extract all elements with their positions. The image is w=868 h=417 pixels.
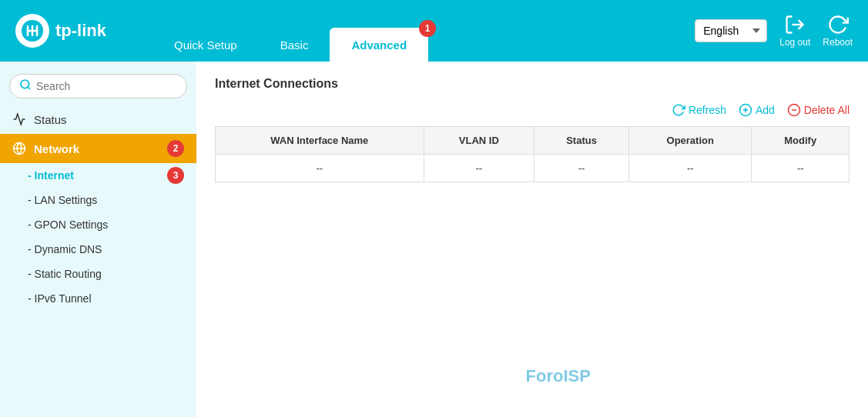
- sidebar: Status Network 2 - Internet 3 - LAN Sett…: [0, 62, 196, 417]
- internet-badge: 3: [167, 167, 184, 184]
- sidebar-sub-item-internet[interactable]: - Internet 3: [0, 163, 196, 188]
- sidebar-item-network-label: Network: [34, 142, 79, 155]
- watermark: ForoISP: [526, 366, 591, 386]
- sidebar-sub-item-gpon[interactable]: - GPON Settings: [0, 212, 196, 237]
- tab-quick-setup[interactable]: Quick Setup: [152, 28, 259, 62]
- language-select[interactable]: English Español Deutsch Français: [695, 19, 767, 42]
- advanced-badge: 1: [419, 20, 436, 37]
- nav-tabs: Quick Setup Basic Advanced 1: [152, 0, 695, 62]
- delete-icon: [787, 103, 801, 117]
- sidebar-item-status-label: Status: [34, 113, 67, 126]
- cell-operation: --: [628, 155, 751, 182]
- refresh-button[interactable]: Refresh: [672, 103, 726, 117]
- section-title: Internet Connections: [215, 77, 850, 91]
- cell-status: --: [535, 155, 629, 182]
- cell-vlan: --: [424, 155, 535, 182]
- svg-line-3: [28, 87, 30, 89]
- logo-text: tp-link: [55, 21, 106, 41]
- sidebar-sub-item-dynamic-dns[interactable]: - Dynamic DNS: [0, 237, 196, 262]
- search-icon: [19, 78, 32, 94]
- network-badge: 2: [167, 140, 184, 157]
- sidebar-sub-item-ipv6[interactable]: - IPv6 Tunnel: [0, 286, 196, 311]
- logo: tp-link: [15, 14, 106, 48]
- cell-modify: --: [752, 155, 850, 182]
- reboot-icon: [827, 14, 849, 35]
- col-operation: Operation: [628, 127, 751, 155]
- internet-connections-table: WAN Interface Name VLAN ID Status Operat…: [215, 126, 850, 182]
- toolbar: Refresh Add Delete All: [215, 103, 850, 117]
- delete-all-button[interactable]: Delete All: [787, 103, 850, 117]
- activity-icon: [12, 112, 26, 126]
- tab-basic[interactable]: Basic: [259, 28, 330, 62]
- main-layout: Status Network 2 - Internet 3 - LAN Sett…: [0, 62, 868, 417]
- refresh-icon: [672, 103, 685, 117]
- logo-icon: [15, 14, 49, 48]
- search-box[interactable]: [9, 74, 187, 98]
- search-input[interactable]: [36, 80, 177, 92]
- col-status: Status: [535, 127, 629, 155]
- col-wan: WAN Interface Name: [216, 127, 424, 155]
- tab-advanced[interactable]: Advanced 1: [330, 28, 428, 62]
- table-row: -- -- -- -- --: [216, 155, 850, 182]
- header: tp-link Quick Setup Basic Advanced 1 Eng…: [0, 0, 868, 62]
- reboot-button[interactable]: Reboot: [823, 14, 853, 48]
- logout-button[interactable]: Log out: [779, 14, 810, 48]
- sidebar-sub-item-lan[interactable]: - LAN Settings: [0, 188, 196, 212]
- svg-point-2: [21, 80, 29, 88]
- sidebar-item-network[interactable]: Network 2: [0, 134, 196, 163]
- header-right: English Español Deutsch Français Log out…: [695, 14, 853, 48]
- sidebar-sub-item-static-routing[interactable]: - Static Routing: [0, 262, 196, 286]
- content-area: Internet Connections Refresh Add: [196, 62, 868, 417]
- col-modify: Modify: [752, 127, 850, 155]
- globe-icon: [12, 142, 26, 155]
- col-vlan: VLAN ID: [424, 127, 535, 155]
- sidebar-item-status[interactable]: Status: [0, 105, 196, 134]
- logout-icon: [784, 14, 806, 35]
- add-button[interactable]: Add: [739, 103, 775, 117]
- add-icon: [739, 103, 752, 117]
- cell-wan: --: [216, 155, 424, 182]
